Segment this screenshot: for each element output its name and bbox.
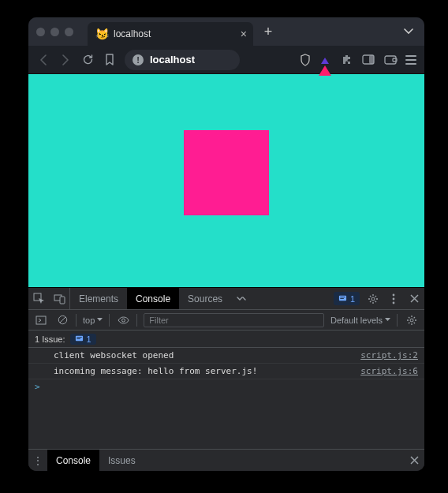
execution-context-selector[interactable]: top — [83, 316, 103, 325]
console-prompt[interactable]: > — [28, 379, 424, 394]
sidebar-icon[interactable] — [361, 53, 375, 67]
back-button[interactable] — [36, 53, 50, 67]
console-filter-input[interactable] — [144, 313, 324, 327]
menu-button[interactable] — [405, 55, 416, 65]
forward-button[interactable] — [58, 53, 73, 67]
maximize-window-dot[interactable] — [65, 28, 73, 36]
drawer-tab-console[interactable]: Console — [47, 450, 99, 471]
browser-tab[interactable]: 😼 localhost × — [88, 22, 253, 46]
window-controls — [36, 28, 73, 36]
log-source-link[interactable]: script.js:6 — [360, 366, 418, 376]
page-viewport — [28, 74, 424, 287]
issues-chip-count: 1 — [350, 294, 355, 304]
svg-rect-8 — [340, 297, 345, 297]
devtools-kebab-icon[interactable] — [383, 288, 404, 309]
tab-title: localhost — [114, 28, 151, 39]
log-message: client websocket opened — [54, 350, 174, 360]
device-toolbar-icon[interactable] — [49, 288, 69, 309]
log-message: incoming message: hello from server.js! — [54, 366, 257, 376]
devtools-settings-icon[interactable] — [363, 288, 383, 309]
svg-point-13 — [393, 301, 395, 304]
devtools-close-icon[interactable] — [404, 288, 424, 309]
clear-console-icon[interactable] — [55, 315, 69, 325]
drawer-close-icon[interactable] — [404, 456, 424, 465]
tab-favicon: 😼 — [95, 28, 108, 40]
new-tab-button[interactable]: + — [259, 23, 277, 40]
browser-toolbar: ! localhost — [28, 46, 424, 74]
close-window-dot[interactable] — [36, 28, 45, 36]
log-row: client websocket opened script.js:2 — [28, 348, 424, 364]
svg-point-16 — [121, 319, 125, 322]
console-toolbar: top Default levels — [28, 310, 424, 331]
tab-overflow-button[interactable] — [404, 28, 424, 35]
drawer-kebab-icon[interactable]: ⋮ — [28, 455, 47, 466]
site-info-icon[interactable]: ! — [133, 54, 144, 65]
devtools-tab-bar: Elements Console Sources 1 — [28, 288, 424, 310]
issues-bar-label: 1 Issue: — [35, 334, 65, 344]
svg-rect-19 — [77, 337, 81, 338]
bookmark-button[interactable] — [103, 53, 117, 67]
wallet-icon[interactable] — [383, 53, 398, 67]
svg-rect-20 — [77, 338, 80, 339]
devtools-tab-elements[interactable]: Elements — [70, 288, 127, 309]
brave-rewards-icon[interactable] — [319, 54, 331, 65]
brave-shields-icon[interactable] — [300, 54, 311, 66]
svg-rect-6 — [60, 297, 65, 304]
browser-window: 😼 localhost × + ! localhost — [28, 17, 424, 471]
extensions-icon[interactable] — [339, 53, 353, 67]
issues-bar[interactable]: 1 Issue: 1 — [28, 331, 424, 348]
issues-bar-count: 1 — [87, 334, 91, 344]
svg-point-11 — [393, 293, 395, 296]
address-bar[interactable]: ! localhost — [125, 50, 240, 70]
tab-strip: 😼 localhost × + — [28, 17, 424, 46]
issues-chip[interactable]: 1 — [334, 292, 360, 305]
url-text: localhost — [150, 54, 195, 65]
devtools-more-tabs-icon[interactable] — [231, 288, 252, 309]
pink-square — [184, 130, 269, 215]
svg-rect-1 — [369, 55, 374, 64]
svg-rect-2 — [385, 56, 396, 64]
drawer-tab-issues[interactable]: Issues — [99, 450, 144, 471]
devtools-panel: Elements Console Sources 1 — [28, 287, 424, 471]
log-levels-selector[interactable]: Default levels — [330, 316, 390, 325]
svg-point-12 — [393, 297, 395, 300]
live-expression-icon[interactable] — [116, 316, 130, 324]
minimize-window-dot[interactable] — [50, 28, 59, 36]
inspect-element-icon[interactable] — [28, 288, 49, 309]
log-row: incoming message: hello from server.js! … — [28, 364, 424, 379]
log-source-link[interactable]: script.js:2 — [360, 350, 418, 360]
devtools-tab-sources[interactable]: Sources — [179, 288, 231, 309]
reload-button[interactable] — [80, 53, 95, 67]
devtools-drawer: ⋮ Console Issues — [28, 449, 424, 471]
console-settings-icon[interactable] — [404, 315, 420, 326]
svg-point-17 — [410, 319, 413, 322]
devtools-tab-console[interactable]: Console — [127, 288, 179, 309]
close-tab-icon[interactable]: × — [241, 28, 247, 40]
svg-rect-9 — [340, 298, 344, 299]
svg-point-10 — [371, 297, 375, 301]
console-sidebar-toggle-icon[interactable] — [33, 316, 49, 325]
console-output: client websocket opened script.js:2 inco… — [28, 348, 424, 449]
